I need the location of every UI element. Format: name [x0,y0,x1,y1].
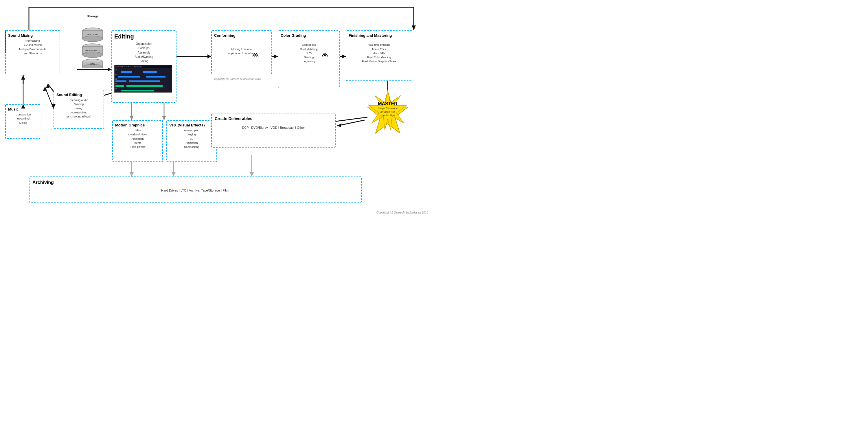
sound-editing-box: Sound Editing Cleaning AudioSyncingFoley… [54,90,104,129]
music-title: Music [8,107,38,112]
svg-marker-26 [172,172,176,177]
svg-point-33 [83,36,103,42]
sound-mixing-content: NormalizingEQ and MixingMultiple Environ… [8,39,57,55]
svg-text:SAN: SAN [90,63,95,65]
vfx-box: VFX (Visual Effects) RotoscopingKeying3D… [166,120,217,162]
motion-graphics-box: Motion Graphics TitlesOverlays/InlaysAni… [112,120,163,162]
finishing-box: Finishing and Mastering Real-time finish… [346,30,412,81]
diagram: Sound Mixing NormalizingEQ and MixingMul… [0,0,434,217]
svg-line-48 [45,87,54,108]
svg-marker-6 [274,54,278,58]
sound-mixing-title: Sound Mixing [8,33,57,38]
music-content: CompositionRecordingMixing [8,113,38,125]
sound-mixing-box: Sound Mixing NormalizingEQ and MixingMul… [5,30,60,75]
archiving-title: Archiving [32,180,358,185]
color-grading-title: Color Grading [281,33,337,38]
svg-marker-28 [250,172,254,177]
master-content: Image Sequenceor Video File+ Audio Files [368,106,408,118]
vfx-content: RotoscopingKeying3DAnimationCompositing [169,128,214,149]
sound-editing-title: Sound Editing [56,93,101,97]
timeline-graphic: 00:01:00:00 00:02:00:00 00:03:00:00 00:0… [114,65,172,93]
storage-title: Storage [78,14,107,18]
svg-marker-49 [43,87,47,91]
create-deliverables-title: Create Deliverables [215,116,332,121]
svg-point-37 [83,52,103,58]
conforming-title: Conforming [214,33,269,38]
svg-marker-22 [162,116,166,120]
vfx-title: VFX (Visual Effects) [169,123,214,127]
create-deliverables-content: DCP | DVD/Bluray | VOD | Broadcast | Oth… [215,125,332,130]
conforming-box: Conforming Moving from oneapplication to… [211,30,272,75]
svg-text:HDD/SSD: HDD/SSD [87,33,98,36]
motion-graphics-content: TitlesOverlays/InlaysAnimationIdentsBasi… [115,128,160,149]
finishing-content: Real-time finishingMinor EditsMinor VFXF… [349,39,409,64]
svg-marker-47 [337,123,341,127]
editing-content: OrganizationBackupsAssemblyAudio/Syncing… [114,42,174,63]
create-deliverables-box: Create Deliverables DCP | DVD/Bluray | V… [211,113,336,148]
svg-marker-2 [107,67,112,71]
color-grading-content: CorrectionsShot MatchingLUTsGradingLegal… [281,39,337,64]
archiving-content: Hard Drives | LTO | Archival Tape/Storag… [32,188,358,193]
svg-marker-20 [130,116,134,120]
master-section: MASTER Image Sequenceor Video File+ Audi… [359,90,416,142]
music-box: Music CompositionRecordingMixing [5,104,41,139]
svg-text:RAID 0/5/6/10: RAID 0/5/6/10 [85,49,100,52]
copyright-bottom: Copyright (c) Sareesh Sudhakaran 2016 [376,211,428,214]
conforming-content: Moving from oneapplication to another. [214,39,269,55]
master-title: MASTER [368,101,408,106]
finishing-title: Finishing and Mastering [349,33,409,38]
svg-marker-52 [21,75,25,80]
svg-marker-4 [208,54,211,58]
sound-editing-content: Cleaning AudioSyncingFoleyADR/DubbingSFX… [56,98,101,119]
copyright-mid: Copyright (c) Sareesh Sudhakaran 2016 [214,78,261,81]
color-grading-box: Color Grading CorrectionsShot MatchingLU… [278,30,340,88]
svg-marker-24 [130,172,134,177]
archiving-box: Archiving Hard Drives | LTO | Archival T… [29,177,362,203]
storage-section: Storage HDD/SSD RAID 0/5/6/10 SAN [78,14,107,68]
svg-marker-16 [46,84,50,88]
svg-marker-0 [412,26,416,30]
master-text: MASTER Image Sequenceor Video File+ Audi… [368,101,408,118]
editing-box: Editing OrganizationBackupsAssemblyAudio… [112,30,177,103]
svg-marker-9 [342,54,346,58]
motion-graphics-title: Motion Graphics [115,123,160,127]
editing-title: Editing [114,33,174,40]
storage-cylinders: HDD/SSD RAID 0/5/6/10 SAN [78,19,107,68]
